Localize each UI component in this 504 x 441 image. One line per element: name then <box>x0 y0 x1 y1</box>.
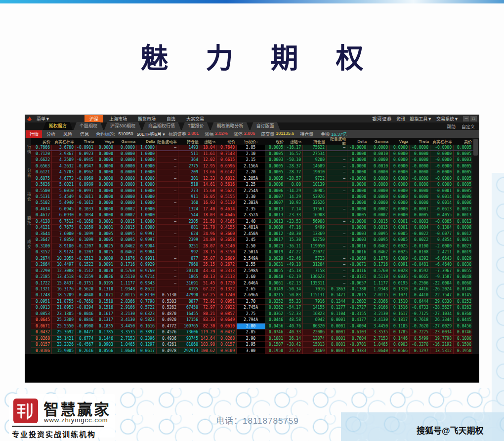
strike-header[interactable]: 行权价↓ <box>237 139 265 144</box>
subtab-商品期权行情[interactable]: 商品期权行情 <box>142 122 181 130</box>
subtab-个股期权[interactable]: 个股期权 <box>74 122 103 130</box>
column-header-现价[interactable]: 现价 <box>217 139 237 144</box>
brand-url[interactable]: www.zhiyingcc.com <box>44 416 108 424</box>
titlebar-menu-item[interactable]: 股指工具▼ <box>410 116 432 122</box>
option-row-2.745A[interactable]: 0.091321.8953-0.82940.15162.91660.57220.… <box>31 305 473 311</box>
side-tab-行情[interactable]: 行情 <box>26 145 32 155</box>
strike-cell[interactable]: 2.10 <box>237 151 265 157</box>
option-row-2.40[interactable]: 0.41386.7512-0.10580.00010.00151.0000–23… <box>31 219 473 225</box>
column-header-Delta[interactable]: Delta <box>347 139 368 144</box>
market-tab-上海市场[interactable]: 上海市场 <box>104 115 132 122</box>
option-row-2.30[interactable]: 0.51315.45490.10110.00000.00001.00009111… <box>31 194 473 200</box>
strike-cell[interactable]: 2.35 <box>237 206 265 212</box>
strike-cell[interactable]: 2.90 <box>237 336 265 342</box>
strike-cell[interactable]: 2.95 <box>237 342 265 348</box>
option-row-2.75[interactable]: 0.085323.1305-0.80460.16173.21300.63230.… <box>31 311 473 317</box>
column-header-Vega[interactable]: Vega <box>95 139 115 144</box>
titlebar-menu-item[interactable]: 交易系统▼ <box>436 116 459 122</box>
strike-cell[interactable]: 2.45 <box>237 237 265 243</box>
subtab-right-item[interactable]: 自定义 <box>462 123 475 130</box>
side-tab-成交[interactable]: 成交 <box>26 240 32 249</box>
column-header-现价[interactable]: 现价 <box>265 139 285 144</box>
option-row-2.352A[interactable]: 0.46176.0930-0.10340.00000.00021.0000–54… <box>31 212 473 218</box>
option-row-2.60[interactable]: 0.218513.4518-0.15590.00360.51100.9714–1… <box>31 274 473 280</box>
column-header-真实杠杆率[interactable]: 真实杠杆率 <box>52 139 76 144</box>
option-row-2.205A[interactable]: 0.60754.6773-0.09690.00000.00001.0000–30… <box>31 175 473 181</box>
column-header-Delta[interactable]: Delta <box>137 139 157 144</box>
column-header-隐含波动率[interactable]: 隐含波动率 <box>157 139 178 144</box>
subtab-自订版面[interactable]: 自订版面 <box>251 122 280 130</box>
scrollbar-thumb[interactable] <box>473 139 478 156</box>
side-tab-分析[interactable]: 分析 <box>26 168 32 178</box>
strike-cell[interactable]: 2.549A <box>237 255 265 261</box>
column-header-真实杠杆率[interactable]: 真实杠杆率 <box>430 139 454 144</box>
option-row-2.10[interactable]: 0.71203.93670.09230.00000.00001.00005111… <box>31 151 473 157</box>
option-row-2.55[interactable]: 0.266410.44970.15220.00910.17160.9929796… <box>31 262 473 268</box>
subtab-期权策略分析[interactable]: 期权策略分析 <box>211 122 250 130</box>
toolbar-button-信息[interactable]: 信息 <box>77 130 92 138</box>
option-row-3.00[interactable]: 0.010615.90050.26160.05661.06400.06170.4… <box>31 348 473 354</box>
column-header-持仓量[interactable]: 持仓量 <box>178 139 200 144</box>
option-row-2.50[interactable]: 0.31008.9100-0.12070.00250.04620.9904–92… <box>31 243 473 249</box>
market-tab-期货市场[interactable]: 期货市场 <box>133 115 161 122</box>
option-row-2.549A[interactable]: 0.267410.3055-0.15120.00090.16760.9931–8… <box>31 255 473 261</box>
option-row-2.45[interactable]: 0.36477.88500.10990.00050.00950.99972399… <box>31 237 473 243</box>
toolbar-button-行情[interactable]: 行情 <box>26 130 42 138</box>
column-header-卖价[interactable]: 卖价 <box>454 139 473 144</box>
option-row-2.20[interactable]: 0.61214.5703-0.09620.00000.00001.0000–20… <box>31 169 473 175</box>
option-row-2.05[interactable]: 0.76663.6760-0.09010.00000.00001.0000–14… <box>31 145 473 151</box>
toolbar-button-分析[interactable]: 分析 <box>43 130 59 138</box>
strike-cell[interactable]: 2.352A <box>237 212 265 218</box>
market-tab-沪深[interactable]: 沪深 <box>84 115 103 122</box>
option-row-2.70[interactable]: 0.095121.8755-0.76500.15102.83660.77980.… <box>31 299 473 305</box>
strike-cell[interactable]: 2.40 <box>237 219 265 225</box>
column-header-Theta[interactable]: Theta <box>76 139 95 144</box>
strike-cell[interactable]: 2.30 <box>237 194 265 200</box>
column-header-Vega[interactable]: Vega <box>390 139 410 144</box>
strike-cell[interactable]: 2.70 <box>237 299 265 305</box>
column-header-Theta[interactable]: Theta <box>410 139 430 144</box>
strike-cell[interactable]: 2.646A <box>237 280 265 286</box>
strike-cell[interactable]: 2.205A <box>237 175 265 181</box>
strike-cell[interactable]: 2.20 <box>237 169 265 175</box>
option-row-2.696A[interactable]: 0.124818.5209-0.40400.10712.01150.81300.… <box>31 292 473 298</box>
option-row-2.501A[interactable]: 0.31528.91240.12070.00250.04620.99849922… <box>31 249 473 255</box>
subtab-沪深300期权[interactable]: 沪深300期权 <box>104 122 141 130</box>
month-select[interactable]: 50ETF购6月 ▾ <box>137 131 165 137</box>
side-tab-持仓[interactable]: 持仓 <box>26 192 32 202</box>
strike-cell[interactable]: 2.65 <box>237 286 265 292</box>
strike-cell[interactable]: 2.85 <box>237 329 265 335</box>
market-tab-自选[interactable]: 自选 <box>162 115 180 122</box>
column-header-涨幅%[interactable]: 涨幅% <box>200 139 217 144</box>
option-row-2.25[interactable]: 0.56265.00210.09890.00000.00001.00005181… <box>31 182 473 188</box>
strike-cell[interactable]: 3.00 <box>237 348 265 354</box>
strike-cell[interactable]: 2.25 <box>237 182 265 188</box>
strike-cell[interactable]: 2.50 <box>237 243 265 249</box>
option-row-2.95[interactable]: 0.015723.2326-0.45670.09031.04650.12970.… <box>31 342 473 348</box>
option-row-2.35[interactable]: 0.46346.09450.10330.00000.00021.00001324… <box>31 206 473 212</box>
strike-cell[interactable]: 2.794A <box>237 317 265 323</box>
strike-cell[interactable]: 2.501A <box>237 249 265 255</box>
subtab-right-item[interactable]: 帮助 <box>447 123 456 130</box>
option-row-2.80[interactable]: 0.067125.5550-0.09000.18353.44500.16160.… <box>31 323 473 329</box>
strike-cell[interactable]: 2.15 <box>237 157 265 163</box>
option-row-2.90[interactable]: 0.026825.14210.67740.14462.71530.23960.4… <box>31 336 473 342</box>
column-header-Gamma[interactable]: Gamma <box>115 139 137 144</box>
strike-cell[interactable]: 2.60 <box>237 274 265 280</box>
option-row-2.450A[interactable]: 0.36447.6000-0.10990.00050.00950.9997–62… <box>31 231 473 237</box>
strike-cell[interactable]: 2.80 <box>237 323 265 329</box>
subtab-期权魔方[interactable]: 期权魔方 <box>43 122 73 130</box>
strike-cell[interactable]: 2.254A <box>237 188 265 194</box>
strike-cell[interactable]: 2.450A <box>237 231 265 237</box>
option-row-2.254A[interactable]: 0.55005.0010-0.09910.00000.00001.0000–27… <box>31 188 473 194</box>
option-row-2.85[interactable]: 0.043225.3692-0.84770.17853.35350.38970.… <box>31 329 473 335</box>
column-header-Gamma[interactable]: Gamma <box>368 139 390 144</box>
strike-cell[interactable]: 2.303A <box>237 200 265 206</box>
strike-cell[interactable]: 2.05 <box>237 145 265 151</box>
side-tab-委托[interactable]: 委托 <box>26 216 32 226</box>
strike-cell[interactable]: 2.745A <box>237 305 265 311</box>
strike-cell[interactable]: 2.598A <box>237 268 265 274</box>
column-header-买价[interactable]: 买价 <box>31 139 52 144</box>
option-row-2.646A[interactable]: 0.172215.8437-0.37510.01951.11770.9343–3… <box>31 280 473 286</box>
option-row-2.156A[interactable]: 0.65634.2632-0.09470.00000.00001.0000–27… <box>31 163 473 169</box>
